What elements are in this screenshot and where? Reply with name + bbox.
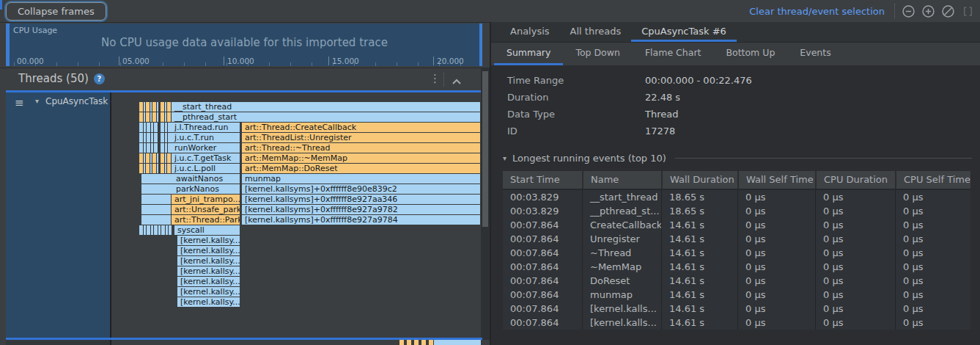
table-row[interactable]: 00:07.864[kernel.kalls...14.61 s0 µs0 µs… [503, 302, 970, 316]
table-row[interactable]: 00:07.864[kernel.kalls...14.61 s0 µs0 µs… [503, 316, 970, 330]
table-cell: 14.61 s [661, 218, 737, 232]
threads-section-header[interactable]: Threads (50) ? ⋮ [0, 68, 490, 90]
flame-node[interactable]: [kernel.kallsy... [177, 246, 240, 255]
subtab-bottom-up[interactable]: Bottom Up [713, 43, 787, 65]
flame-node[interactable] [139, 112, 158, 122]
subtab-summary[interactable]: Summary [494, 43, 563, 65]
tab-all-threads[interactable]: All threads [560, 22, 632, 42]
table-row[interactable]: 00:03.829__start_thread18.65 s0 µs0 µs0 … [503, 190, 970, 204]
table-cell: 0 µs [737, 218, 815, 232]
flame-node[interactable] [161, 123, 172, 132]
table-cell: 0 µs [815, 274, 895, 288]
flame-node[interactable] [141, 205, 171, 214]
table-header-cell-wall-duration[interactable]: Wall Duration [661, 171, 737, 189]
flame-node[interactable]: j.u.c.L.poll [172, 164, 240, 173]
flame-node[interactable]: [kernel.kallsy... [177, 297, 240, 307]
flame-node[interactable] [139, 153, 158, 163]
table-header-cell-name[interactable]: Name [582, 171, 661, 189]
subtab-events[interactable]: Events [787, 43, 843, 65]
subtab-top-down[interactable]: Top Down [563, 43, 633, 65]
flame-node[interactable]: runWorker [172, 143, 240, 153]
zoom-out-icon[interactable] [902, 4, 915, 18]
help-icon[interactable]: ? [94, 73, 105, 84]
table-row[interactable]: 00:07.864DoReset14.61 s0 µs0 µs0 µs [503, 274, 970, 288]
next-thread-track-preview[interactable] [6, 340, 482, 345]
reset-zoom-icon[interactable] [941, 4, 954, 18]
table-cell: 14.61 s [661, 260, 737, 274]
flame-node[interactable]: art::Thread::Park [172, 215, 240, 225]
table-row[interactable]: 00:07.864~Thread14.61 s0 µs0 µs0 µs [503, 246, 970, 260]
flame-node[interactable]: [kernel.kallsy... [177, 277, 240, 286]
collapse-frames-button[interactable]: Collapse frames [6, 2, 106, 21]
flame-node[interactable]: j.u.c.T.getTask [172, 153, 240, 163]
chevron-up-icon[interactable] [452, 76, 462, 87]
axis-tick-label: 15.000 [328, 57, 359, 65]
flame-node[interactable]: art::MemMap::~MemMap [242, 153, 480, 163]
scrollbar-thumb[interactable] [482, 71, 488, 227]
table-row[interactable]: 00:07.864CreateCallback14.61 s0 µs0 µs0 … [503, 218, 970, 232]
flame-node[interactable]: munmap [242, 174, 480, 184]
flame-node[interactable]: [kernel.kallsyms]+0xffffff8e927a9784 [242, 215, 480, 225]
flame-node[interactable] [161, 102, 172, 112]
kebab-menu-icon[interactable]: ⋮ [430, 72, 441, 85]
table-row[interactable]: 00:07.864munmap14.61 s0 µs0 µs0 µs [503, 288, 970, 302]
flame-node[interactable] [161, 164, 172, 173]
flame-node[interactable] [141, 195, 171, 204]
table-header-cell-start-time[interactable]: Start Time [503, 171, 582, 189]
table-header-cell-cpu-self-time[interactable]: CPU Self Time [895, 171, 970, 189]
table-row[interactable]: 00:07.864Unregister14.61 s0 µs0 µs0 µs [503, 232, 970, 246]
flame-node[interactable]: art::ThreadList::Unregister [242, 133, 480, 142]
table-cell: 00:07.864 [503, 274, 582, 288]
drag-handle-icon[interactable]: ≡ [15, 96, 24, 109]
flame-node[interactable]: art_jni_trampo... [172, 195, 240, 204]
flame-node[interactable] [161, 153, 172, 163]
flame-node[interactable]: art::Unsafe_park [172, 205, 240, 214]
flame-node[interactable]: [kernel.kallsy... [177, 236, 240, 245]
axis-tick-label: 05.000 [119, 57, 150, 65]
flame-node[interactable] [139, 164, 158, 173]
flame-node[interactable]: [kernel.kallsyms]+0xffffff8e90e839c2 [242, 184, 480, 194]
tab-cpuasynctask-6[interactable]: CpuAsyncTask #6 [631, 22, 737, 42]
table-cell: 0 µs [815, 246, 895, 260]
flame-node[interactable]: awaitNanos [141, 174, 240, 184]
tab-analysis[interactable]: Analysis [500, 22, 560, 42]
flame-node[interactable]: art::Thread::CreateCallback [242, 123, 480, 132]
table-row[interactable]: 00:07.864~MemMap14.61 s0 µs0 µs0 µs [503, 260, 970, 274]
zoom-in-icon[interactable] [921, 4, 935, 18]
chevron-down-icon[interactable]: ▾ [35, 97, 39, 105]
thread-name-cell[interactable]: ≡ ▾ CpuAsyncTask #6 [6, 92, 111, 338]
flame-node[interactable] [161, 112, 172, 122]
flame-node[interactable] [161, 143, 172, 153]
flame-node[interactable]: [kernel.kallsy... [177, 266, 240, 276]
flame-node[interactable] [139, 133, 158, 142]
flame-node[interactable]: [kernel.kallsyms]+0xffffff8e927aa346 [242, 195, 480, 204]
table-header-cell-cpu-duration[interactable]: CPU Duration [815, 171, 895, 189]
table-row[interactable]: 00:03.829__pthread_st...18.65 s0 µs0 µs0… [503, 204, 970, 218]
flame-node[interactable]: art::MemMap::DoReset [242, 164, 480, 173]
flame-node[interactable] [139, 143, 158, 153]
subtab-flame-chart[interactable]: Flame Chart [633, 43, 714, 65]
flame-node[interactable]: [kernel.kallsy... [177, 256, 240, 266]
flame-node[interactable]: j.u.c.T.run [172, 133, 240, 142]
flame-node[interactable]: parkNanos [141, 184, 240, 194]
flame-node[interactable] [139, 225, 172, 235]
flame-node[interactable]: art::Thread::~Thread [242, 143, 480, 153]
flame-node[interactable] [141, 215, 171, 225]
clear-selection-link[interactable]: Clear thread/event selection [749, 6, 885, 17]
cpu-usage-track[interactable]: CPU Usage No CPU usage data available fo… [6, 23, 482, 66]
flame-node[interactable]: syscall [174, 225, 240, 235]
next-thread-name-cell [6, 340, 111, 345]
flame-node[interactable] [139, 123, 158, 132]
table-header-cell-wall-self-time[interactable]: Wall Self Time [737, 171, 815, 189]
flame-node[interactable]: [kernel.kallsyms]+0xffffff8e927a9782 [242, 205, 480, 214]
scrollbar[interactable] [481, 68, 490, 340]
flame-node[interactable]: [kernel.kallsy... [177, 287, 240, 297]
flame-node[interactable]: j.l.Thread.run [172, 123, 240, 132]
flame-node[interactable] [139, 102, 158, 112]
section-caret-icon[interactable]: ▾ [503, 154, 506, 162]
flame-node[interactable] [161, 133, 172, 142]
flame-node[interactable]: __start_thread [172, 102, 480, 112]
events-section-title: Longest running events (top 10) [512, 153, 666, 164]
table-cell: 0 µs [737, 316, 815, 330]
flame-node[interactable]: __pthread_start [172, 112, 480, 122]
